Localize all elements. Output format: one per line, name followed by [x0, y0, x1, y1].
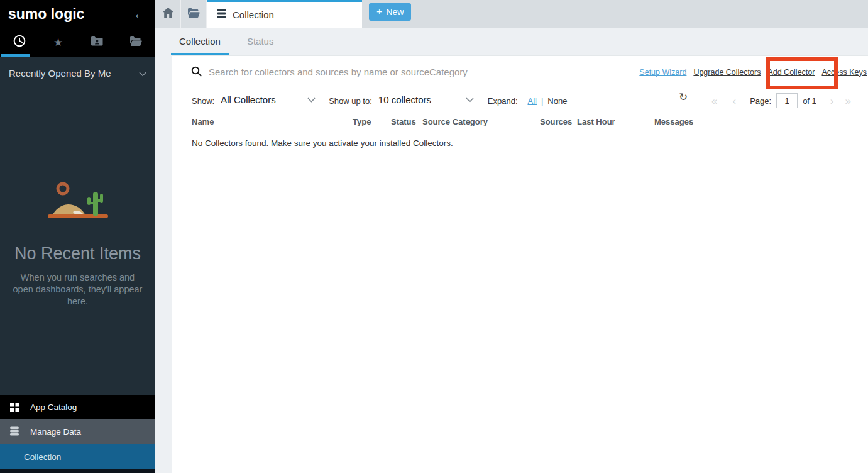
- plus-icon: +: [376, 7, 382, 17]
- main-area: Collection + New Collection Status Setup…: [155, 0, 868, 473]
- collection-panel: Setup Wizard Upgrade Collectors Add Coll…: [172, 55, 868, 473]
- sidebar: sumo logic ← ★ Recently Opened By Me: [0, 0, 155, 473]
- show-up-to-select-value: 10 collectors: [378, 94, 431, 105]
- sidebar-item-app-catalog[interactable]: App Catalog: [0, 395, 155, 419]
- show-up-to-select[interactable]: 10 collectors: [377, 92, 476, 109]
- expand-separator: |: [541, 96, 543, 106]
- sidebar-tab-favorites[interactable]: ★: [39, 28, 78, 57]
- sidebar-bottom-menu: App Catalog Manage Data Collection: [0, 395, 155, 473]
- chevron-down-icon: [139, 68, 146, 79]
- sidebar-empty-state: No Recent Items When you run searches an…: [0, 179, 155, 308]
- workspace-tab-strip: Collection + New: [155, 0, 868, 28]
- library-tab[interactable]: [181, 0, 207, 28]
- expand-none-link[interactable]: None: [547, 96, 567, 106]
- upgrade-collectors-link[interactable]: Upgrade Collectors: [693, 68, 761, 77]
- active-sidebar-tab-indicator: [1, 54, 30, 57]
- sidebar-item-collection[interactable]: Collection: [0, 444, 155, 469]
- refresh-icon[interactable]: ↻: [679, 92, 688, 103]
- new-tab-button[interactable]: + New: [369, 3, 411, 21]
- column-header-source-category[interactable]: Source Category: [422, 117, 488, 126]
- no-recent-items-title: No Recent Items: [0, 244, 155, 264]
- sidebar-header: sumo logic ←: [0, 0, 155, 28]
- sidebar-tab-library[interactable]: [116, 28, 155, 57]
- desert-illustration: [40, 214, 116, 225]
- open-folder-icon: [130, 36, 142, 48]
- show-select[interactable]: All Collectors: [219, 92, 318, 109]
- app-catalog-label: App Catalog: [30, 403, 77, 412]
- collectors-table-header: Name Type Status Source Category Sources…: [172, 117, 868, 130]
- access-keys-link[interactable]: Access Keys: [821, 68, 867, 77]
- sumo-logic-logo: sumo logic: [8, 6, 84, 23]
- collection-subtabs: Collection Status: [155, 28, 868, 55]
- chevron-down-icon: [466, 95, 474, 104]
- folder-icon: [188, 8, 200, 20]
- last-page-icon[interactable]: »: [845, 96, 850, 106]
- next-page-icon[interactable]: ›: [830, 96, 834, 106]
- tab-status[interactable]: Status: [239, 28, 282, 55]
- sidebar-icon-nav: ★: [0, 28, 155, 57]
- sidebar-menu-next-row: [0, 469, 155, 473]
- pagination: « ‹ Page: of 1 › »: [711, 91, 851, 110]
- add-collector-link[interactable]: Add Collector: [767, 68, 815, 77]
- manage-data-label: Manage Data: [30, 427, 81, 437]
- new-tab-button-label: New: [386, 7, 404, 17]
- collection-label: Collection: [24, 452, 61, 462]
- no-recent-items-caption: When you run searches and open dashboard…: [11, 272, 145, 308]
- expand-label: Expand:: [488, 96, 518, 106]
- workspace-tab-title: Collection: [233, 9, 274, 20]
- shared-folder-icon: [91, 36, 103, 48]
- show-up-to-label: Show up to:: [329, 96, 372, 106]
- no-collectors-message: No Collectors found. Make sure you activ…: [192, 138, 453, 148]
- recent-filter-dropdown[interactable]: Recently Opened By Me: [8, 68, 148, 89]
- sidebar-tab-recents[interactable]: [0, 28, 39, 57]
- page-of-label: of 1: [803, 96, 816, 106]
- tab-collection[interactable]: Collection: [171, 28, 229, 55]
- chevron-down-icon: [307, 95, 316, 104]
- column-header-name[interactable]: Name: [192, 117, 214, 126]
- column-header-sources[interactable]: Sources: [540, 117, 572, 126]
- show-label: Show:: [192, 96, 214, 106]
- grid-icon: [6, 403, 23, 412]
- column-header-messages[interactable]: Messages: [654, 117, 693, 126]
- database-stack-icon: [216, 9, 227, 21]
- setup-wizard-link[interactable]: Setup Wizard: [639, 68, 686, 77]
- filter-row: Show: All Collectors Show up to: 10 coll…: [192, 91, 567, 110]
- search-icon: [191, 66, 202, 79]
- expand-all-link[interactable]: All: [528, 96, 537, 106]
- page-number-input[interactable]: [776, 93, 798, 108]
- column-header-last-hour[interactable]: Last Hour: [577, 117, 615, 126]
- database-icon: [6, 426, 23, 437]
- collection-workspace-tab[interactable]: Collection: [207, 0, 362, 28]
- header-links: Setup Wizard Upgrade Collectors Add Coll…: [639, 68, 867, 77]
- column-header-type[interactable]: Type: [353, 117, 371, 126]
- collapse-sidebar-icon[interactable]: ←: [133, 8, 146, 20]
- sidebar-item-manage-data[interactable]: Manage Data: [0, 419, 155, 444]
- table-header-divider: [182, 131, 868, 131]
- page-label: Page:: [750, 96, 771, 106]
- search-input[interactable]: [209, 64, 598, 80]
- sidebar-tab-shared-content[interactable]: [78, 28, 117, 57]
- previous-page-icon[interactable]: ‹: [732, 96, 736, 106]
- star-icon: ★: [53, 37, 63, 48]
- clock-icon: [13, 35, 26, 50]
- home-icon: [163, 8, 173, 20]
- column-header-status[interactable]: Status: [391, 117, 416, 126]
- recent-filter-label: Recently Opened By Me: [9, 68, 111, 79]
- show-select-value: All Collectors: [221, 94, 276, 105]
- first-page-icon[interactable]: «: [711, 96, 717, 106]
- home-tab[interactable]: [155, 0, 181, 28]
